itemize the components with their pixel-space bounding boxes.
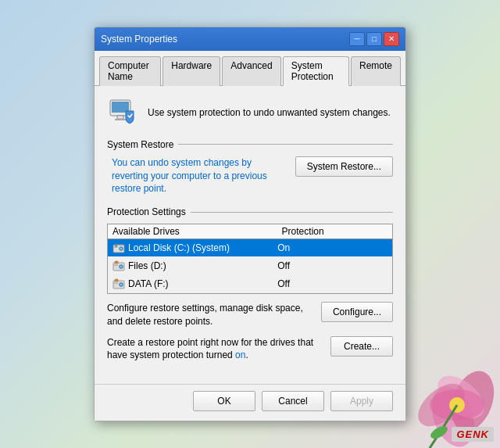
svg-point-9 xyxy=(120,266,122,267)
svg-point-20 xyxy=(449,397,465,413)
window-title: System Properties xyxy=(101,34,177,45)
system-restore-button[interactable]: System Restore... xyxy=(295,156,393,177)
system-restore-description: You can undo system changes by reverting… xyxy=(112,156,288,195)
drive-icon-c xyxy=(112,242,125,254)
svg-rect-2 xyxy=(117,116,123,119)
system-protection-icon xyxy=(107,97,138,128)
col-header-protection: Protection xyxy=(282,226,388,237)
tab-computer-name[interactable]: Computer Name xyxy=(99,56,161,86)
configure-description: Configure restore settings, manage disk … xyxy=(107,302,313,328)
close-button[interactable]: ✕ xyxy=(384,32,399,46)
drive-name-d: Files (D:) xyxy=(112,260,277,272)
svg-point-19 xyxy=(430,389,484,421)
svg-rect-14 xyxy=(115,279,118,281)
tab-hardware[interactable]: Hardware xyxy=(162,56,220,86)
system-restore-section: System Restore You can undo system chang… xyxy=(107,139,393,195)
configure-section: Configure restore settings, manage disk … xyxy=(107,302,393,328)
ok-button[interactable]: OK xyxy=(193,391,255,411)
table-row[interactable]: Local Disk (C:) (System) On xyxy=(108,239,392,257)
drive-protection-c: On xyxy=(277,242,388,253)
drive-icon-d xyxy=(112,260,125,272)
create-section: Create a restore point right now for the… xyxy=(107,336,393,363)
drive-icon-f xyxy=(112,278,125,290)
system-restore-content: You can undo system changes by reverting… xyxy=(107,156,393,195)
apply-button[interactable]: Apply xyxy=(330,391,393,411)
svg-rect-10 xyxy=(115,261,118,263)
system-properties-dialog: System Properties ─ □ ✕ Computer Name Ha… xyxy=(94,27,406,422)
cancel-button[interactable]: Cancel xyxy=(262,391,324,411)
create-button[interactable]: Create... xyxy=(330,336,393,357)
window-controls: ─ □ ✕ xyxy=(349,32,399,46)
svg-point-6 xyxy=(120,248,122,249)
minimize-button[interactable]: ─ xyxy=(349,32,365,46)
table-row[interactable]: DATA (F:) Off xyxy=(108,275,392,293)
maximize-button[interactable]: □ xyxy=(366,32,382,46)
tab-remote[interactable]: Remote xyxy=(351,56,401,86)
tab-advanced[interactable]: Advanced xyxy=(222,56,280,86)
svg-point-13 xyxy=(120,284,122,285)
drives-table-header: Available Drives Protection xyxy=(108,224,392,239)
drive-protection-f: Off xyxy=(277,278,388,289)
svg-point-21 xyxy=(429,424,450,441)
header-description: Use system protection to undo unwanted s… xyxy=(148,107,391,118)
drive-protection-d: Off xyxy=(277,260,388,271)
create-description: Create a restore point right now for the… xyxy=(107,336,323,363)
tab-content: Use system protection to undo unwanted s… xyxy=(95,86,405,385)
drives-table-container: Available Drives Protection xyxy=(107,224,393,294)
tab-bar: Computer Name Hardware Advanced System P… xyxy=(95,51,405,86)
titlebar: System Properties ─ □ ✕ xyxy=(95,27,405,51)
col-header-drives: Available Drives xyxy=(112,226,282,237)
genk-badge: GENK xyxy=(452,427,494,442)
header-section: Use system protection to undo unwanted s… xyxy=(107,97,393,128)
drive-name-c: Local Disk (C:) (System) xyxy=(112,242,277,254)
drive-name-f: DATA (F:) xyxy=(112,278,277,290)
table-row[interactable]: Files (D:) Off xyxy=(108,257,392,275)
svg-rect-3 xyxy=(115,119,126,120)
system-restore-label: System Restore xyxy=(107,139,393,150)
svg-point-17 xyxy=(430,367,491,427)
configure-button[interactable]: Configure... xyxy=(321,302,393,322)
protection-settings-section: Protection Settings Available Drives Pro… xyxy=(107,206,393,362)
svg-point-18 xyxy=(410,375,472,435)
tab-system-protection[interactable]: System Protection xyxy=(283,56,349,86)
dialog-footer: OK Cancel Apply xyxy=(95,384,405,421)
protection-settings-label: Protection Settings xyxy=(107,206,393,217)
